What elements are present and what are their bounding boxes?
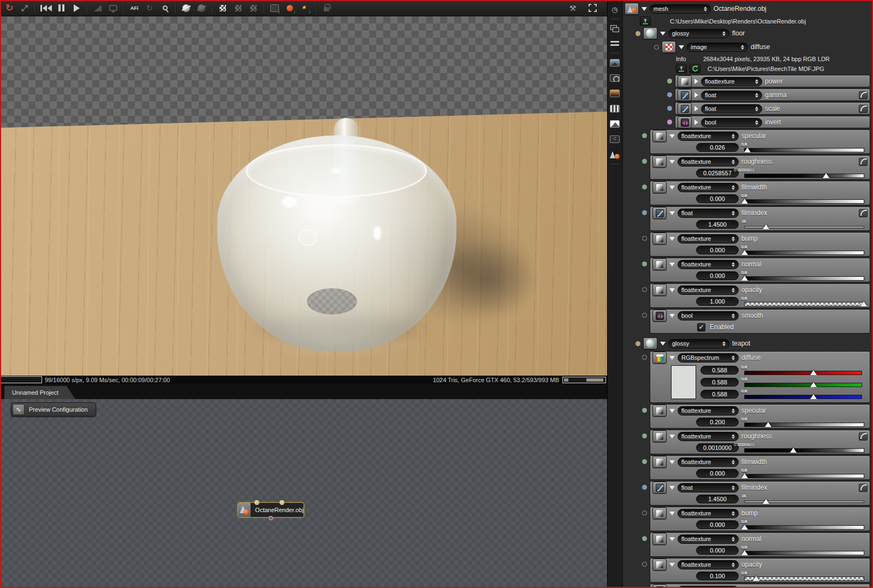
slider-handle[interactable] [810,394,817,399]
rotate-view-button[interactable]: ↻ [142,2,157,15]
node-type-dropdown[interactable]: float [701,104,762,114]
teapot-filmindex-icon-box[interactable] [652,482,667,494]
pin-connection-dot[interactable] [642,185,647,189]
teapot-material-icon-box[interactable] [643,337,657,349]
floor-normal-value[interactable]: 0.000 [696,271,739,280]
white-balance-off-button[interactable] [194,2,209,15]
collapse-arrow-icon[interactable] [679,45,684,49]
collapse-arrow-icon[interactable] [669,314,675,318]
response-curve-button[interactable] [859,91,868,99]
teapot-opacity-slider[interactable]: 00.20.40.60.81 [744,571,864,581]
node-type-dropdown[interactable]: floattexture [678,406,739,415]
pin-connection-dot[interactable] [642,459,647,464]
collapse-arrow-icon[interactable] [694,106,698,111]
collapse-arrow-icon[interactable] [669,263,675,266]
pin-connection-dot[interactable] [667,120,672,124]
rendered-image[interactable] [0,16,607,376]
pin-connection-dot[interactable] [642,210,647,215]
teapot-diffuse-channel-2-value[interactable]: 0.588 [700,390,739,399]
teapot-bump-value[interactable]: 0.000 [696,520,739,529]
collapse-arrow-icon[interactable] [669,512,675,515]
pin-connection-dot[interactable] [654,45,659,50]
pin-connection-dot[interactable] [642,536,647,541]
collapse-arrow-icon[interactable] [694,120,698,125]
collapse-arrow-icon[interactable] [669,211,675,215]
node-input-pin[interactable] [280,500,284,505]
node-type-dropdown[interactable]: floattexture [678,534,739,544]
collapse-arrow-icon[interactable] [669,409,675,413]
node-type-dropdown[interactable]: glossy [668,29,729,38]
node-type-dropdown[interactable]: float [701,91,762,100]
render-viewport[interactable]: 99/16000 s/px, 9.09 Ms/sec, 00:00:09/00:… [0,16,607,384]
collapse-arrow-icon[interactable] [694,79,698,84]
pin-connection-dot[interactable] [642,510,647,515]
floor-filmwidth-slider[interactable]: 00.20.40.60.81 [744,194,864,204]
response-curve-button[interactable] [859,484,868,492]
slider-handle[interactable] [741,199,748,204]
reload-file-button[interactable] [690,64,700,73]
collapse-arrow-icon[interactable] [642,7,647,11]
pin-connection-dot[interactable] [642,485,647,490]
floor-normal-slider[interactable]: 00.20.40.60.81 [744,271,864,281]
slider-handle[interactable] [810,370,817,375]
node-type-dropdown[interactable]: float [678,483,739,492]
slider-handle[interactable] [810,382,817,387]
teapot-filmwidth-value[interactable]: 0.000 [696,469,739,478]
show-alpha-button[interactable] [216,2,230,15]
node-type-dropdown[interactable]: RGBspectrum [678,353,739,363]
strip-film-roll-button[interactable] [609,103,621,115]
collapse-arrow-icon[interactable] [669,160,675,164]
strip-environment-image-button[interactable] [609,57,621,69]
slider-handle[interactable] [765,422,771,427]
node-type-dropdown[interactable]: floattexture [678,183,739,192]
teapot-normal-value[interactable]: 0.000 [696,546,739,555]
measure-button[interactable] [91,2,105,15]
teapot-roughness-value[interactable]: 0.0010000 [696,443,739,452]
collapse-arrow-icon[interactable] [669,537,675,541]
collapse-arrow-icon[interactable] [669,356,675,360]
floor-normal-icon-box[interactable] [652,258,667,270]
floor-diffuse-image-icon-box[interactable] [662,41,676,53]
teapot-diffuse-color-swatch[interactable] [671,365,696,399]
load-file-button[interactable] [676,64,687,73]
teapot-specular-value[interactable]: 0.200 [696,418,739,426]
pick-focus-button[interactable] [158,2,172,15]
collapse-arrow-icon[interactable] [660,342,666,346]
node-input-pin[interactable] [254,500,259,505]
slider-handle[interactable] [823,173,829,178]
floor-opacity-value[interactable]: 1.000 [696,297,739,306]
slider-handle[interactable] [741,250,748,255]
lock-view-button[interactable] [319,2,334,15]
node-type-dropdown[interactable]: floattexture [678,560,739,569]
floor-bump-icon-box[interactable] [652,233,667,245]
node-type-dropdown[interactable]: floattexture [678,157,739,167]
autofocus-button[interactable]: AFi [127,2,141,15]
teapot-normal-icon-box[interactable] [652,533,667,545]
floor-specular-value[interactable]: 0.026 [696,143,739,152]
floor-opacity-slider[interactable]: 00.20.40.60.81 [744,296,864,307]
pin-connection-dot[interactable] [636,31,640,36]
floor-smooth-checkbox[interactable]: ✓ [697,323,705,331]
floor-specular-slider[interactable]: 00.20.40.60.81 [744,142,864,153]
node-type-dropdown[interactable]: floattexture [678,509,739,518]
node-type-dropdown[interactable]: floattexture [678,260,739,269]
strip-render-target-button[interactable]: ◷ [609,3,621,15]
collapse-arrow-icon[interactable] [669,435,675,438]
floor-filmindex-value[interactable]: 1.4500 [696,220,739,229]
teapot-filmindex-value[interactable]: 1.4500 [696,495,739,503]
refresh-render-button[interactable]: ↻ [2,2,16,15]
pin-connection-dot[interactable] [642,262,647,266]
node-type-dropdown[interactable]: floattexture [678,432,739,441]
strip-sunset-image-button[interactable] [609,87,621,99]
pin-connection-dot[interactable] [667,92,672,97]
teapot-bump-icon-box[interactable] [652,507,667,519]
strip-histogram-button[interactable] [609,118,621,130]
show-checker-2-button[interactable] [231,2,245,15]
tab-unnamed-project[interactable]: Unnamed Project [4,386,75,399]
response-curve-button[interactable] [859,105,868,113]
collapse-arrow-icon[interactable] [669,134,675,138]
slider-handle[interactable] [753,576,759,581]
teapot-filmwidth-icon-box[interactable] [652,456,667,468]
floor-roughness-icon-box[interactable] [652,156,667,168]
floor-filmindex-slider[interactable]: 1248 [744,219,864,230]
